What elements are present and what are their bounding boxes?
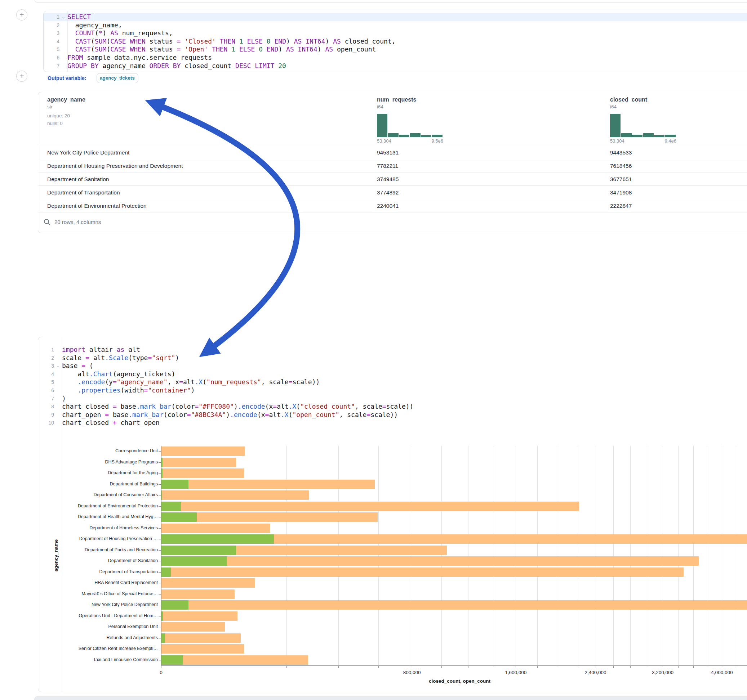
- table-row[interactable]: New York City Police Department945313194…: [39, 146, 747, 159]
- column-stat: unique: 20: [47, 113, 70, 118]
- category-label: DHS Advantage Programs: [50, 459, 158, 465]
- table-cell: 3471908: [610, 186, 632, 199]
- category-label: Personal Exemption Unit: [50, 624, 158, 629]
- code-line: 6 .properties(width="container"): [38, 386, 747, 395]
- category-label: Taxi and Limousine Commission: [50, 657, 158, 662]
- row-separator: [39, 212, 747, 213]
- table-cell: Department of Environmental Protection: [47, 199, 147, 213]
- sql-cell[interactable]: 1⌄SELECT 2 agency_name,3 COUNT(*) AS num…: [43, 11, 747, 72]
- x-tick: [663, 665, 663, 668]
- bar-closed: [162, 458, 236, 467]
- category-label: Department of Buildings: [50, 481, 158, 486]
- category-label: Senior Citizen Rent Increase Exempti…: [50, 646, 158, 651]
- histogram-bar: [632, 135, 643, 137]
- sql-code-editor[interactable]: 1⌄SELECT 2 agency_name,3 COUNT(*) AS num…: [44, 11, 747, 70]
- table-row[interactable]: Department of Environmental Protection22…: [39, 199, 747, 213]
- column-header[interactable]: agency_name: [47, 97, 85, 103]
- grid-line: [412, 446, 412, 665]
- y-tick: [159, 638, 161, 638]
- x-tick: [577, 665, 577, 668]
- category-label: Department for the Aging: [50, 470, 158, 475]
- output-variable-pill[interactable]: agency_tickets: [97, 73, 138, 83]
- bar-open: [162, 655, 183, 665]
- grid-line: [338, 446, 339, 665]
- x-tick-label: 1,600,000: [505, 670, 526, 675]
- table-cell: 2222847: [610, 199, 632, 213]
- y-tick: [159, 594, 161, 594]
- add-cell-button[interactable]: +: [16, 9, 27, 21]
- bar-closed: [162, 611, 237, 621]
- code-line: 2scale = alt.Scale(type="sqrt"): [38, 354, 747, 362]
- grid-line: [442, 446, 442, 665]
- bar-open: [162, 512, 197, 522]
- bar-open: [162, 468, 163, 478]
- x-tick: [630, 665, 631, 668]
- code-line: 8chart_closed = base.mark_bar(color="#FF…: [38, 403, 747, 411]
- category-label: Correspondence Unit: [50, 448, 158, 453]
- bar-open: [162, 600, 189, 609]
- table-row[interactable]: Department of Transportation377489234719…: [39, 186, 747, 199]
- bar-closed: [162, 567, 683, 577]
- add-cell-button[interactable]: +: [16, 71, 27, 82]
- x-tick: [338, 665, 339, 668]
- x-tick: [412, 665, 412, 668]
- x-tick: [678, 665, 679, 668]
- table-cell: 3677651: [610, 172, 632, 186]
- bar-open: [162, 534, 274, 544]
- x-tick: [468, 665, 469, 668]
- bar-open: [162, 611, 163, 621]
- code-line: 6FROM sample_data.nyc.service_requests: [44, 54, 747, 62]
- column-type: i64: [377, 104, 383, 109]
- y-tick: [159, 539, 161, 539]
- x-tick: [736, 665, 736, 668]
- bar-closed: [162, 644, 244, 653]
- histogram-bar: [654, 135, 664, 137]
- code-line: 1import altair as alt: [38, 345, 747, 354]
- x-tick: [693, 665, 694, 668]
- grid-line: [596, 446, 596, 665]
- grid-line: [468, 446, 469, 665]
- histogram-bar: [388, 133, 399, 137]
- code-line: 4 alt.Chart(agency_tickets): [38, 370, 747, 379]
- grid-line: [678, 446, 679, 665]
- bar-closed: [162, 600, 747, 609]
- category-label: Department of Housing Preservation …: [50, 536, 158, 541]
- y-tick: [159, 451, 161, 451]
- y-tick: [159, 550, 161, 551]
- table-cell: 7618456: [610, 159, 632, 172]
- y-axis-title: agency_name: [53, 525, 59, 586]
- histogram-bar: [399, 135, 409, 137]
- table-row[interactable]: Department of Sanitation37494853677651: [39, 172, 747, 186]
- x-tick: [516, 665, 516, 668]
- column-type: i64: [610, 104, 617, 109]
- grid-line: [516, 446, 516, 665]
- bar-closed: [162, 634, 241, 643]
- category-label: Department of Parks and Recreation: [50, 547, 158, 552]
- x-tick: [161, 665, 162, 668]
- grid-line: [577, 446, 577, 665]
- histogram: [610, 114, 676, 137]
- bar-open: [162, 556, 227, 566]
- search-icon[interactable]: [43, 218, 51, 226]
- y-tick: [159, 506, 161, 507]
- table-row[interactable]: Department of Housing Preservation and D…: [39, 159, 747, 172]
- column-header[interactable]: closed_count: [610, 97, 647, 103]
- y-tick: [159, 495, 161, 495]
- y-tick: [159, 528, 161, 529]
- python-code-editor[interactable]: 1import altair as alt2scale = alt.Scale(…: [38, 337, 747, 427]
- grid-line: [693, 446, 694, 665]
- histogram-bar: [432, 135, 443, 137]
- text-cursor: [95, 14, 95, 21]
- column-header[interactable]: num_requests: [377, 97, 416, 103]
- grid-line: [630, 446, 631, 665]
- category-label: Department of Sanitation: [50, 558, 158, 563]
- histogram-bar: [421, 135, 431, 137]
- gutter-divider: [67, 11, 68, 72]
- next-cell-edge[interactable]: [34, 696, 747, 700]
- x-tick: [286, 665, 287, 668]
- grid-line: [708, 446, 708, 665]
- table-cell: 9443533: [610, 146, 632, 159]
- y-axis-domain: [161, 446, 162, 665]
- grid-line: [537, 446, 538, 665]
- notebook-page: + + 1⌄SELECT 2 agency_name,3 COUNT(*) AS…: [0, 0, 747, 700]
